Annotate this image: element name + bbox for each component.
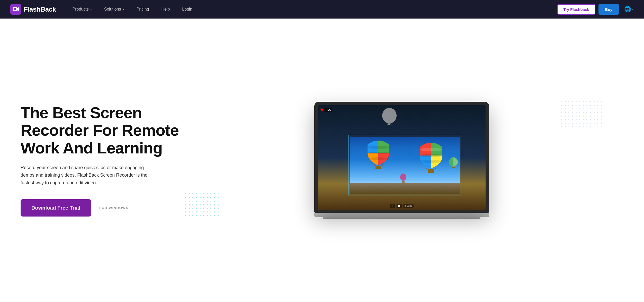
laptop-screen-bezel: REC: [314, 102, 489, 213]
nav-item-help[interactable]: Help: [155, 0, 176, 19]
svg-line-13: [381, 165, 383, 166]
hero-cta-row: Download Free Trial FOR WINDOWS: [21, 199, 180, 217]
camera-icon: [12, 6, 19, 13]
laptop-foot: [323, 217, 480, 219]
svg-point-3: [382, 108, 397, 123]
globe-language-selector[interactable]: 🌐 ▾: [624, 6, 634, 13]
platform-label: FOR WINDOWS: [99, 206, 128, 210]
logo-icon: [10, 4, 21, 15]
svg-line-6: [390, 123, 392, 125]
rec-dot: [320, 108, 323, 111]
svg-point-8: [368, 146, 389, 149]
svg-marker-1: [17, 7, 19, 11]
buy-button[interactable]: Buy: [598, 4, 619, 15]
svg-line-5: [387, 123, 388, 125]
nav-logo[interactable]: FlashBack: [10, 4, 56, 15]
solutions-chevron-icon: ▾: [123, 8, 124, 11]
laptop-base: [314, 213, 489, 217]
globe-chevron-icon: ▾: [632, 8, 634, 11]
products-chevron-icon: ▾: [90, 8, 92, 11]
laptop-screen: REC: [318, 105, 486, 210]
nav-item-solutions[interactable]: Solutions ▾: [98, 0, 130, 19]
rec-label: REC: [324, 108, 332, 112]
balloon-right: [418, 141, 444, 177]
svg-point-9: [368, 152, 389, 154]
nav-item-pricing[interactable]: Pricing: [130, 0, 155, 19]
selection-rectangle: [348, 135, 462, 195]
navbar: FlashBack Products ▾ Solutions ▾ Pricing…: [0, 0, 644, 19]
balloon-left: [366, 140, 391, 174]
dot-grid-top-right: const tl = document.currentScript.parent…: [561, 101, 603, 128]
svg-line-12: [374, 165, 375, 166]
svg-line-20: [426, 168, 428, 169]
download-free-trial-button[interactable]: Download Free Trial: [21, 199, 91, 217]
nav-item-products[interactable]: Products ▾: [66, 0, 98, 19]
stop-button[interactable]: ⏹: [397, 204, 402, 208]
svg-rect-19: [428, 169, 434, 173]
hero-section: The Best Screen Recorder For Remote Work…: [0, 19, 644, 302]
svg-point-2: [14, 8, 16, 10]
laptop-mockup: REC: [314, 102, 489, 219]
svg-line-21: [434, 168, 436, 169]
bg-balloon-gray: [382, 107, 397, 128]
nav-item-login[interactable]: Login: [176, 0, 198, 19]
hero-title: The Best Screen Recorder For Remote Work…: [21, 104, 180, 157]
svg-point-10: [369, 157, 388, 160]
svg-rect-11: [375, 166, 381, 169]
hero-left: The Best Screen Recorder For Remote Work…: [21, 104, 180, 217]
pause-button[interactable]: ⏸: [390, 204, 395, 208]
svg-point-16: [420, 148, 442, 151]
try-flashback-button[interactable]: Try Flashback: [557, 4, 595, 15]
hero-right: const tl = document.currentScript.parent…: [180, 96, 623, 225]
screen-content: REC: [318, 105, 486, 210]
dot-grid-bottom-left: const bl = document.currentScript.parent…: [185, 193, 220, 217]
playback-time: 2:13:28: [403, 204, 414, 208]
svg-point-18: [421, 160, 441, 163]
globe-icon: 🌐: [624, 6, 631, 13]
recording-indicator: REC: [320, 108, 332, 112]
nav-links: Products ▾ Solutions ▾ Pricing Help Logi…: [66, 0, 557, 19]
svg-point-17: [420, 154, 442, 157]
nav-actions: Try Flashback Buy 🌐 ▾: [557, 4, 634, 15]
playback-bar: ⏸ ⏹ 2:13:28: [318, 204, 486, 208]
hero-subtitle: Record your screen and share quick clips…: [21, 164, 154, 187]
logo-text: FlashBack: [24, 5, 56, 13]
svg-rect-4: [388, 123, 390, 125]
